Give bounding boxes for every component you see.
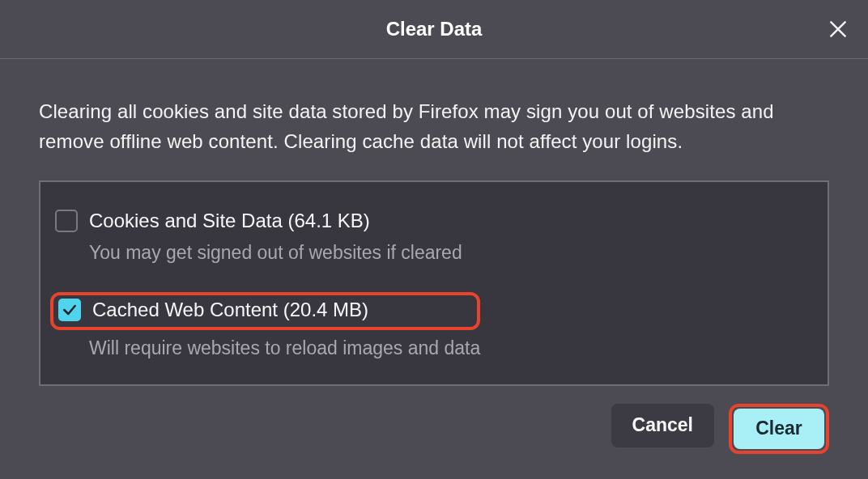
cookies-sub: You may get signed out of websites if cl… [89, 240, 813, 266]
cookies-label: Cookies and Site Data (64.1 KB) [89, 208, 370, 234]
dialog-body: Clearing all cookies and site data store… [0, 59, 868, 386]
clear-data-dialog: Clear Data Clearing all cookies and site… [0, 0, 868, 479]
cache-highlight: Cached Web Content (20.4 MB) [50, 292, 480, 329]
close-icon [828, 19, 849, 40]
clear-button-highlight: Clear [729, 404, 829, 454]
options-box: Cookies and Site Data (64.1 KB) You may … [39, 180, 829, 385]
dialog-title: Clear Data [386, 18, 483, 40]
option-cookies: Cookies and Site Data (64.1 KB) You may … [55, 206, 813, 268]
dialog-header: Clear Data [0, 0, 868, 59]
cache-label: Cached Web Content (20.4 MB) [92, 297, 368, 323]
dialog-footer: Cancel Clear [0, 386, 868, 454]
cache-sub: Will require websites to reload images a… [89, 335, 480, 362]
checkmark-icon [62, 302, 78, 318]
cancel-button[interactable]: Cancel [611, 404, 714, 447]
close-button[interactable] [826, 17, 850, 41]
dialog-description: Clearing all cookies and site data store… [39, 96, 829, 156]
option-cache: Cached Web Content (20.4 MB) Will requir… [55, 290, 813, 363]
cookies-texts: Cookies and Site Data (64.1 KB) You may … [89, 208, 813, 266]
cache-checkbox[interactable] [58, 299, 81, 321]
cookies-checkbox[interactable] [55, 210, 78, 232]
clear-button[interactable]: Clear [734, 409, 824, 449]
